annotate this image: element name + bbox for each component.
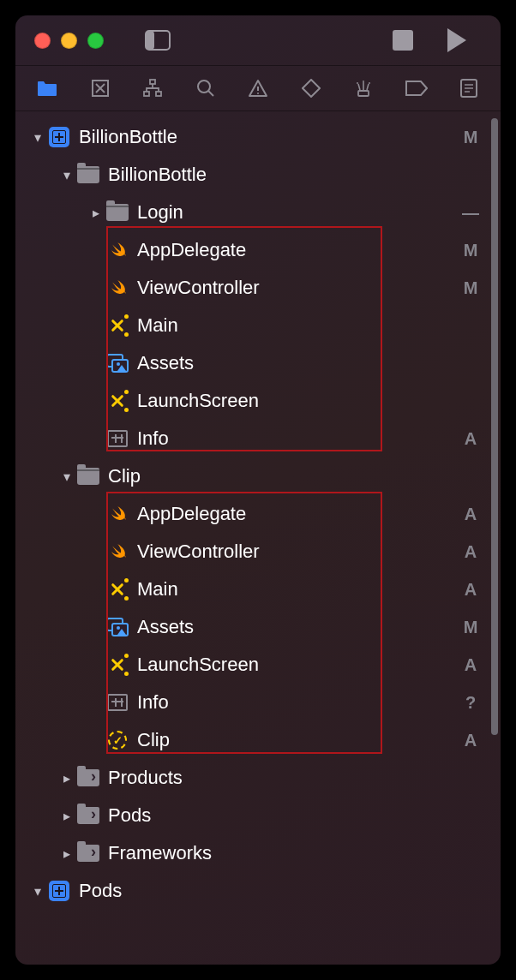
play-icon bbox=[447, 28, 466, 52]
run-button[interactable] bbox=[447, 28, 466, 52]
svg-line-9 bbox=[208, 91, 213, 96]
folder-ref-icon bbox=[77, 807, 99, 824]
file-row[interactable]: ▸MainA bbox=[15, 571, 501, 608]
close-window-button[interactable] bbox=[34, 33, 51, 49]
storyboard-icon bbox=[108, 316, 127, 335]
stop-button[interactable] bbox=[393, 30, 413, 51]
file-row[interactable]: ▸ClipA bbox=[15, 721, 501, 759]
folder-ref-icon bbox=[77, 769, 99, 786]
file-label: Info bbox=[137, 427, 169, 450]
file-row[interactable]: ▸Assets bbox=[15, 344, 501, 382]
source-control-navigator-tab[interactable] bbox=[87, 75, 113, 101]
chevron-right-icon[interactable]: ▸ bbox=[93, 205, 105, 221]
assets-icon bbox=[106, 354, 129, 373]
find-navigator-tab[interactable] bbox=[193, 75, 219, 101]
plist-icon bbox=[107, 430, 128, 447]
report-navigator-tab[interactable] bbox=[456, 75, 482, 101]
chevron-down-icon[interactable]: ▾ bbox=[34, 883, 46, 899]
svg-rect-12 bbox=[358, 91, 369, 96]
sidebar-toggle-button[interactable] bbox=[145, 30, 171, 51]
file-row[interactable]: ▸LaunchScreenA bbox=[15, 646, 501, 684]
file-label: LaunchScreen bbox=[137, 390, 259, 412]
window-controls bbox=[34, 33, 104, 49]
scm-status: — bbox=[461, 203, 480, 223]
file-row[interactable]: ▸ViewControllerA bbox=[15, 533, 501, 571]
vertical-scrollbar[interactable] bbox=[491, 118, 498, 735]
project-row-pods[interactable]: ▾ Pods bbox=[15, 872, 501, 910]
symbol-navigator-tab[interactable] bbox=[140, 75, 165, 101]
file-row[interactable]: ▸AppDelegateA bbox=[15, 495, 501, 533]
chevron-down-icon[interactable]: ▾ bbox=[34, 129, 46, 146]
project-row[interactable]: ▾ BillionBottle M bbox=[15, 118, 501, 156]
project-label: BillionBottle bbox=[79, 126, 177, 148]
file-row[interactable]: ▸AppDelegateM bbox=[15, 231, 501, 269]
scm-status: A bbox=[461, 542, 480, 562]
chevron-right-icon[interactable]: ▸ bbox=[63, 808, 75, 824]
project-icon bbox=[49, 127, 69, 147]
scm-status: M bbox=[461, 241, 480, 260]
group-row[interactable]: ▸Pods bbox=[15, 797, 501, 834]
file-label: AppDelegate bbox=[137, 239, 246, 261]
storyboard-icon bbox=[108, 391, 127, 410]
scm-status: M bbox=[461, 278, 480, 298]
scm-status: A bbox=[461, 731, 480, 750]
storyboard-icon bbox=[108, 655, 127, 674]
xcode-window: ▾ BillionBottle M ▾ BillionBottle ▸ Logi… bbox=[15, 15, 501, 965]
chevron-down-icon[interactable]: ▾ bbox=[63, 469, 75, 485]
group-row-clip[interactable]: ▾ Clip bbox=[15, 457, 501, 495]
navigator-selector-bar bbox=[15, 65, 501, 111]
assets-icon bbox=[106, 618, 129, 636]
file-label: LaunchScreen bbox=[137, 654, 259, 676]
svg-point-13 bbox=[357, 82, 358, 84]
file-label: Assets bbox=[137, 616, 194, 638]
swift-icon bbox=[107, 278, 128, 298]
chevron-right-icon[interactable]: ▸ bbox=[63, 846, 75, 862]
scm-status: M bbox=[461, 128, 480, 147]
issue-navigator-tab[interactable] bbox=[245, 75, 271, 101]
swift-icon bbox=[107, 240, 128, 260]
file-label: Main bbox=[137, 578, 178, 601]
file-row[interactable]: ▸LaunchScreen bbox=[15, 382, 501, 420]
file-label: AppDelegate bbox=[137, 503, 246, 525]
folder-icon bbox=[77, 468, 99, 485]
minimize-window-button[interactable] bbox=[61, 33, 77, 49]
file-row[interactable]: ▸ViewControllerM bbox=[15, 269, 501, 307]
project-navigator: ▾ BillionBottle M ▾ BillionBottle ▸ Logi… bbox=[15, 111, 501, 965]
folder-ref-icon bbox=[77, 845, 99, 862]
svg-rect-6 bbox=[144, 92, 149, 96]
svg-point-11 bbox=[257, 93, 259, 94]
plist-icon bbox=[107, 694, 128, 711]
group-label: Products bbox=[108, 767, 183, 789]
file-row[interactable]: ▸Main bbox=[15, 307, 501, 344]
group-row[interactable]: ▸Frameworks bbox=[15, 834, 501, 872]
file-label: Main bbox=[137, 314, 178, 337]
group-row[interactable]: ▸Products bbox=[15, 759, 501, 797]
file-label: ViewController bbox=[137, 541, 260, 563]
chevron-down-icon[interactable]: ▾ bbox=[63, 167, 75, 183]
folder-icon bbox=[77, 166, 99, 183]
file-row[interactable]: ▸InfoA bbox=[15, 420, 501, 457]
group-label: Frameworks bbox=[108, 842, 212, 864]
file-row[interactable]: ▸AssetsM bbox=[15, 608, 501, 646]
test-navigator-tab[interactable] bbox=[298, 75, 324, 101]
group-row-login[interactable]: ▸ Login — bbox=[15, 194, 501, 231]
chevron-right-icon[interactable]: ▸ bbox=[63, 770, 75, 786]
project-icon bbox=[49, 881, 69, 901]
file-label: Info bbox=[137, 691, 169, 714]
project-navigator-tab[interactable] bbox=[34, 75, 60, 101]
file-label: ViewController bbox=[137, 277, 260, 299]
scm-status: A bbox=[461, 505, 480, 524]
storyboard-icon bbox=[108, 580, 127, 599]
scm-status: A bbox=[461, 580, 480, 600]
group-label: Login bbox=[137, 201, 183, 224]
group-row-billionbottle[interactable]: ▾ BillionBottle bbox=[15, 156, 501, 194]
svg-point-8 bbox=[198, 81, 210, 93]
zoom-window-button[interactable] bbox=[87, 33, 104, 49]
file-row[interactable]: ▸Info? bbox=[15, 684, 501, 721]
svg-rect-7 bbox=[156, 92, 161, 96]
debug-navigator-tab[interactable] bbox=[351, 75, 376, 101]
breakpoint-navigator-tab[interactable] bbox=[404, 75, 429, 101]
file-label: Clip bbox=[137, 729, 170, 751]
swift-icon bbox=[107, 541, 128, 562]
svg-rect-5 bbox=[150, 80, 155, 84]
